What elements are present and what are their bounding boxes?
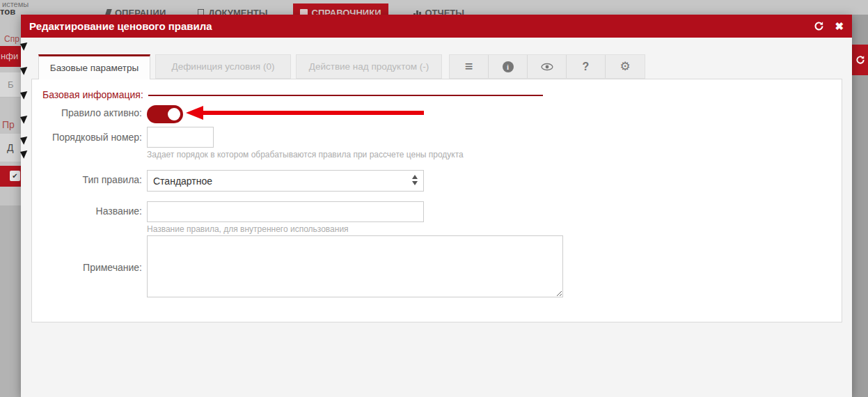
cursor-artifact-icon: [20, 89, 30, 99]
background-topbar: истемы тов ОПЕРАЦИИ ДОКУМЕНТЫ СПРАВОЧНИК…: [0, 0, 868, 15]
menu-item-label: ДОКУМЕНТЫ: [208, 8, 267, 15]
section-title: Базовая информация:: [42, 89, 143, 100]
checkmark-icon: ✔: [10, 171, 20, 181]
icon-tab-group: ≡ i ? ⚙: [449, 54, 645, 79]
background-left-strip: Спр нфи Б Пр Д ✔: [0, 15, 21, 397]
bar-chart-icon: [413, 9, 421, 15]
cursor-artifact-icon: [20, 148, 30, 158]
background-text-fragment: тов: [0, 6, 15, 15]
menu-item-directories[interactable]: СПРАВОЧНИКИ: [293, 3, 388, 15]
rule-type-select-wrap: Стандартное: [147, 170, 424, 192]
rule-type-select[interactable]: Стандартное: [147, 170, 424, 192]
menu-item-label: СПРАВОЧНИКИ: [312, 8, 381, 15]
menu-item-reports[interactable]: ОТЧЕТЫ: [407, 3, 472, 15]
annotation-arrow-shaft: [201, 111, 424, 115]
order-number-label: Порядковый номер:: [32, 132, 142, 143]
section-header: Базовая информация:: [42, 89, 543, 100]
rule-active-label: Правило активно:: [32, 107, 142, 118]
cursor-artifact-icon: [20, 40, 30, 50]
background-button[interactable]: Д: [0, 134, 21, 162]
tab-basic-parameters[interactable]: Базовые параметры: [38, 54, 150, 79]
name-label: Название:: [32, 205, 142, 217]
dialog-close-button[interactable]: ✖: [835, 20, 844, 33]
tab-help[interactable]: ?: [567, 55, 606, 78]
cursor-artifact-icon: [20, 114, 30, 123]
note-textarea[interactable]: [147, 235, 563, 297]
name-hint: Название правила, для внутреннего исполь…: [147, 224, 349, 234]
sidebar-item-config[interactable]: нфи: [0, 46, 21, 67]
background-button[interactable]: Б: [0, 72, 21, 98]
dialog-tabbar: Базовые параметры Дефиниция условия (0) …: [38, 54, 645, 79]
tab-content-panel: Базовая информация: Правило активно: Пор…: [31, 79, 842, 322]
breadcrumb: Спр: [4, 34, 19, 44]
order-number-hint: Задает порядок в котором обрабатываются …: [147, 150, 464, 159]
dialog-header: Редактирование ценового правила ✖: [21, 15, 852, 38]
tab-product-action[interactable]: Действие над продуктом (-): [296, 54, 442, 79]
toggle-knob: [168, 108, 180, 120]
tab-list[interactable]: ≡: [450, 55, 489, 78]
tab-condition-definition[interactable]: Дефиниция условия (0): [155, 54, 291, 79]
document-icon: [198, 9, 204, 15]
help-icon: ?: [583, 61, 590, 73]
eye-icon: [541, 63, 553, 71]
operations-icon: [104, 9, 112, 15]
main-menu: ОПЕРАЦИИ ДОКУМЕНТЫ СПРАВОЧНИКИ ОТЧЕТЫ: [99, 3, 471, 15]
background-area: [0, 205, 21, 397]
cursor-artifact-icon: [20, 65, 30, 75]
menu-item-documents[interactable]: ДОКУМЕНТЫ: [191, 3, 274, 15]
refresh-icon: [855, 55, 865, 65]
background-right-strip: [852, 15, 868, 397]
section-divider: [148, 95, 543, 96]
menu-item-operations[interactable]: ОПЕРАЦИИ: [99, 3, 173, 15]
name-input[interactable]: [147, 201, 424, 222]
refresh-button[interactable]: [852, 45, 868, 75]
menu-icon: ≡: [465, 59, 473, 75]
menu-item-label: ОТЧЕТЫ: [425, 8, 465, 15]
cursor-artifact-icon: [20, 134, 30, 144]
background-heading: Пр: [2, 119, 15, 130]
dialog-title: Редактирование ценового правила: [21, 20, 212, 32]
info-icon: i: [503, 61, 514, 72]
checkbox-button[interactable]: ✔: [0, 166, 21, 187]
tab-settings[interactable]: ⚙: [606, 55, 645, 78]
book-icon: [300, 9, 308, 15]
tab-preview[interactable]: [528, 55, 567, 78]
rule-active-toggle[interactable]: [147, 105, 183, 123]
note-label: Примечание:: [32, 262, 142, 273]
order-number-input[interactable]: [147, 127, 214, 148]
rule-type-label: Тип правила:: [32, 174, 142, 185]
refresh-icon: [814, 21, 824, 31]
tab-info[interactable]: i: [489, 55, 528, 78]
edit-price-rule-dialog: Редактирование ценового правила ✖ Базовы…: [21, 15, 852, 397]
gear-icon: ⚙: [620, 59, 630, 74]
dialog-refresh-button[interactable]: [814, 21, 824, 31]
menu-item-label: ОПЕРАЦИИ: [115, 8, 166, 15]
